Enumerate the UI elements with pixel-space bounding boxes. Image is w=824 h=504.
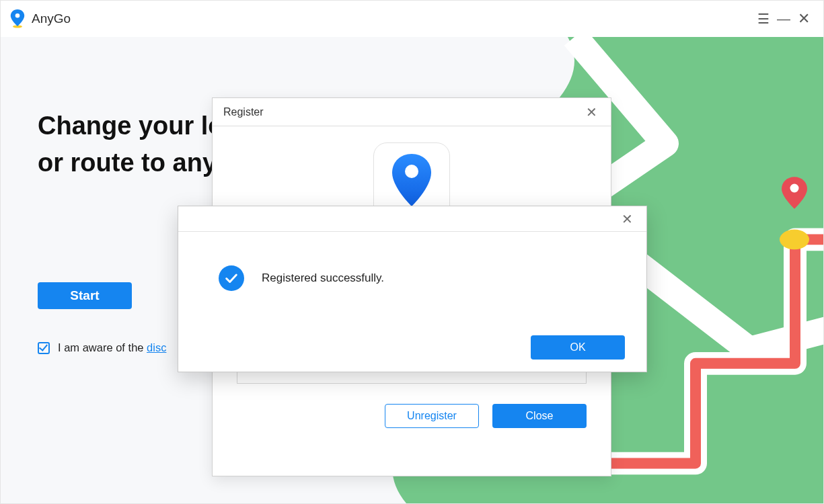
start-button[interactable]: Start [38, 282, 132, 309]
success-dialog-header: ✕ [178, 206, 646, 232]
main-body: Change your lo or route to any Start I a… [1, 37, 823, 503]
success-dialog-close-icon[interactable]: ✕ [619, 210, 636, 228]
success-message: Registered successfully. [262, 271, 384, 285]
disclaimer-text: I am aware of the disc [58, 341, 166, 354]
title-bar: AnyGo ☰ — ✕ [1, 1, 823, 37]
app-window: AnyGo ☰ — ✕ [0, 0, 824, 504]
success-check-icon [219, 265, 244, 291]
register-dialog-title: Register [223, 106, 264, 118]
success-dialog-footer: OK [531, 335, 625, 360]
app-title: AnyGo [32, 11, 71, 26]
success-dialog-body: Registered successfully. [178, 232, 646, 304]
ok-button[interactable]: OK [531, 335, 625, 360]
window-close-icon[interactable]: ✕ [794, 9, 814, 29]
svg-point-2 [780, 230, 809, 250]
headline-line2: or route to any [38, 149, 217, 177]
register-dialog-close-icon[interactable]: ✕ [583, 103, 600, 122]
disclaimer-checkbox[interactable] [38, 342, 50, 354]
disclaimer-link[interactable]: disc [147, 341, 166, 353]
register-close-button[interactable]: Close [492, 404, 587, 428]
svg-point-3 [790, 184, 799, 193]
menu-icon[interactable]: ☰ [753, 9, 774, 29]
minimize-icon[interactable]: — [774, 9, 794, 29]
success-dialog: ✕ Registered successfully. OK [178, 206, 647, 372]
app-logo: AnyGo [10, 9, 71, 28]
app-pin-icon [10, 9, 25, 28]
headline-line1: Change your lo [38, 112, 224, 140]
svg-point-4 [405, 165, 418, 178]
svg-point-1 [15, 13, 20, 18]
register-dialog-titlebar: Register ✕ [213, 98, 611, 126]
unregister-button[interactable]: Unregister [385, 404, 479, 428]
register-pin-icon [391, 154, 433, 208]
register-dialog-buttons: Unregister Close [237, 404, 587, 428]
